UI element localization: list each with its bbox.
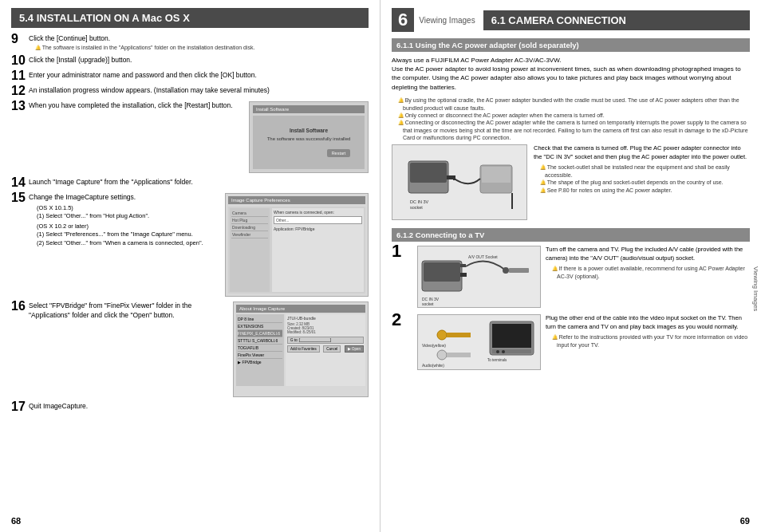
subsection-611-notes: By using the optional cradle, the AC pow… <box>392 97 750 142</box>
step-14: 14 Launch "Image Capture" from the "Appl… <box>11 178 369 189</box>
svg-rect-11 <box>460 264 466 267</box>
svg-text:Video(yellow): Video(yellow) <box>422 343 446 348</box>
svg-rect-21 <box>447 353 471 357</box>
screenshot-titlebar: Install Software <box>253 105 365 113</box>
page-num-right: 69 <box>740 516 750 526</box>
ac-adapter-section: DC IN 3V socket Check that the camera is… <box>392 144 750 222</box>
tv-step-1-diagram: A/V OUT Socket DC IN 3V socket <box>417 246 541 309</box>
svg-text:socket: socket <box>422 301 434 306</box>
subsection-611-header: 6.1.1 Using the AC power adapter (sold s… <box>392 38 750 52</box>
step-9-note: The software is installed in the "Applic… <box>34 44 369 52</box>
step-num-17: 17 <box>11 400 29 413</box>
step-content-14: Launch "Image Capture" from the "Applica… <box>29 178 369 187</box>
step-content-13: When you have completed the installation… <box>29 101 244 111</box>
tv-step1-svg: A/V OUT Socket DC IN 3V socket <box>417 246 541 308</box>
step-16-text: 16 Select "FPVBridge" from "FinePix View… <box>11 301 228 321</box>
svg-point-20 <box>437 350 447 360</box>
svg-point-17 <box>437 330 447 340</box>
tv-step-2: 2 Video(yellow) Audio(white) To terminal… <box>392 314 750 372</box>
svg-text:To terminals: To terminals <box>487 358 507 362</box>
step-17: 17 Quit ImageCapture. <box>11 402 369 413</box>
tv-step-num-1: 1 <box>392 242 412 260</box>
tv-step-2-left: 2 <box>392 314 412 372</box>
chapter-number: 6 <box>392 8 414 32</box>
ac-adapter-svg: DC IN 3V socket <box>392 144 527 220</box>
svg-rect-18 <box>447 333 471 337</box>
tv-step-2-diagram: Video(yellow) Audio(white) To terminals <box>417 314 541 372</box>
svg-text:A/V OUT Socket: A/V OUT Socket <box>468 254 498 259</box>
page-num-left: 68 <box>11 516 21 526</box>
tv-step2-svg: Video(yellow) Audio(white) To terminals <box>417 314 541 370</box>
step-16: 16 Select "FPVBridge" from "FinePix View… <box>11 301 369 397</box>
side-label: Viewing Images <box>752 266 759 311</box>
step-16-screenshot: About Image Capture DP 8 line EXTENSIONS… <box>233 301 369 397</box>
step-content-9: Click the [Continue] button. The softwar… <box>29 34 369 52</box>
svg-rect-9 <box>424 262 460 282</box>
step-9: 9 Click the [Continue] button. The softw… <box>11 34 369 52</box>
svg-rect-24 <box>492 324 531 348</box>
step-content-12: An installation progress window appears.… <box>29 86 369 96</box>
step-num-10: 10 <box>11 54 29 67</box>
step-num-12: 12 <box>11 85 29 97</box>
svg-rect-5 <box>453 175 455 180</box>
step-num-16: 16 <box>11 300 29 313</box>
step-content-15: Change the ImageCapture settings. (OS X … <box>29 193 220 247</box>
page-right: 6 Viewing Images 6.1 CAMERA CONNECTION 6… <box>380 0 761 532</box>
tv-step-num-2: 2 <box>392 311 412 329</box>
step-content-17: Quit ImageCapture. <box>29 402 369 412</box>
step-num-13: 13 <box>11 100 29 112</box>
step-15-screenshot: Image Capture Preferences Camera Hot Plu… <box>225 193 369 297</box>
section-title-right: 6.1 CAMERA CONNECTION <box>483 10 750 30</box>
svg-rect-10 <box>460 273 467 277</box>
step-15-substeps: (OS X 10.1.5) (1) Select "Other..." from… <box>29 204 220 248</box>
screenshot3-titlebar: About Image Capture <box>236 305 365 313</box>
screenshot-content: Install Software The software was succes… <box>253 116 365 169</box>
ac-adapter-instructions: Check that the camera is turned off. Plu… <box>534 144 750 222</box>
step-13-text: 13 When you have completed the installat… <box>11 101 244 112</box>
chapter-subtitle: Viewing Images <box>419 16 475 25</box>
step-num-14: 14 <box>11 176 29 189</box>
svg-text:Audio(white): Audio(white) <box>422 363 444 368</box>
subsection-611-body: Always use a FUJIFILM AC Power Adapter A… <box>392 56 750 92</box>
screenshot3-body: DP 8 line EXTENSIONS FINEPIX_E,CARBOLI.6… <box>236 314 365 386</box>
svg-text:socket: socket <box>410 205 423 210</box>
subsection-612-header: 6.1.2 Connecting to a TV <box>392 228 750 242</box>
step-11: 11 Enter your administrator name and pas… <box>11 71 369 82</box>
step-15: 15 Change the ImageCapture settings. (OS… <box>11 193 369 297</box>
step-13-screenshot: Install Software Install Software The so… <box>249 101 369 173</box>
section-header-left: 5.4 INSTALLATION ON A Mac OS X <box>11 8 369 28</box>
step-num-15: 15 <box>11 191 29 204</box>
step-num-11: 11 <box>11 69 29 82</box>
screenshot2-titlebar: Image Capture Preferences <box>228 196 365 204</box>
tv-step-1-text: Turn off the camera and TV. Plug the inc… <box>546 246 750 309</box>
step-content-16: Select "FPVBridge" from "FinePix Viewer"… <box>29 301 228 321</box>
step-15-text: 15 Change the ImageCapture settings. (OS… <box>11 193 220 247</box>
svg-point-26 <box>496 350 499 353</box>
tv-step-2-text: Plug the other end of the cable into the… <box>546 314 750 372</box>
step-num-9: 9 <box>11 33 29 45</box>
step-content-11: Enter your administrator name and passwo… <box>29 71 369 81</box>
tv-step-1-left: 1 <box>392 246 412 309</box>
svg-point-15 <box>503 267 509 274</box>
page-left: 5.4 INSTALLATION ON A Mac OS X 9 Click t… <box>0 0 380 532</box>
svg-rect-2 <box>447 175 453 179</box>
ac-adapter-diagram: DC IN 3V socket <box>392 144 527 222</box>
step-content-10: Click the [Install (upgrade)] button. <box>29 56 369 65</box>
step-10: 10 Click the [Install (upgrade)] button. <box>11 56 369 67</box>
svg-rect-4 <box>482 167 511 183</box>
step-12: 12 An installation progress window appea… <box>11 86 369 97</box>
right-section-header: 6 Viewing Images 6.1 CAMERA CONNECTION <box>392 8 750 32</box>
svg-point-27 <box>502 350 505 353</box>
tv-step-1: 1 A/V OUT Socket DC IN 3V socket <box>392 246 750 309</box>
svg-rect-16 <box>509 268 529 273</box>
svg-rect-1 <box>410 163 447 183</box>
svg-text:DC IN 3V: DC IN 3V <box>410 199 429 204</box>
screenshot2-body: Camera Hot Plug Downloading Viewfinder W… <box>228 207 365 294</box>
step-13: 13 When you have completed the installat… <box>11 101 369 173</box>
